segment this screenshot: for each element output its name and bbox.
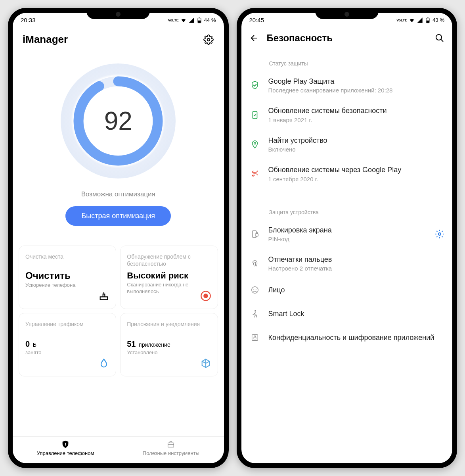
fingerprint-icon xyxy=(249,258,260,269)
screen-2: 20:45 VoLTE 43 % Безопасность Статус защ… xyxy=(241,13,453,463)
location-icon xyxy=(249,139,260,150)
card-sub: занято xyxy=(25,349,109,356)
svg-rect-7 xyxy=(168,443,174,447)
svg-point-19 xyxy=(255,289,256,290)
back-button[interactable] xyxy=(249,33,259,43)
optimize-button[interactable]: Быстрая оптимизация xyxy=(65,206,171,226)
card-label: Управление трафиком xyxy=(25,321,109,328)
svg-point-6 xyxy=(203,294,208,298)
page-header: Безопасность xyxy=(241,25,453,48)
phone-lock-icon xyxy=(249,228,260,240)
svg-rect-2 xyxy=(199,17,200,18)
card-clean[interactable]: Очистка места Очистить Ускорение телефон… xyxy=(19,246,116,309)
svg-point-20 xyxy=(255,310,256,312)
svg-point-16 xyxy=(438,233,441,235)
status-icons: VoLTE 43 % xyxy=(396,17,444,23)
item-face[interactable]: Лицо xyxy=(241,278,453,302)
card-sub: Сканирование никогда не выполнялось xyxy=(127,282,211,295)
item-title: Блокировка экрана xyxy=(268,226,427,235)
item-sub: 1 сентября 2020 г. xyxy=(268,176,445,182)
item-sub: 1 января 2021 г. xyxy=(268,117,445,123)
item-play-protect[interactable]: Google Play Защита Последнее сканировани… xyxy=(241,71,453,100)
volte-indicator: VoLTE xyxy=(168,18,179,22)
content-scroll[interactable]: Статус защиты Google Play Защита Последн… xyxy=(241,48,453,459)
card-apps[interactable]: Приложения и уведомления 51 приложение У… xyxy=(120,313,218,376)
search-button[interactable] xyxy=(435,33,444,43)
card-label: Очистка места xyxy=(25,253,109,260)
shield-icon xyxy=(61,440,70,449)
card-traffic[interactable]: Управление трафиком 0 Б занято xyxy=(19,313,116,376)
card-sub: Установлено xyxy=(127,349,211,356)
battery-percent: 43 % xyxy=(432,17,444,23)
nav-tab-management[interactable]: Управление телефоном xyxy=(13,440,118,456)
app-header: iManager xyxy=(13,25,224,52)
shield-check-icon xyxy=(249,80,260,91)
svg-point-13 xyxy=(254,142,256,144)
status-time: 20:33 xyxy=(21,17,36,23)
item-title: Google Play Защита xyxy=(268,77,445,86)
search-icon xyxy=(435,33,444,43)
toolbox-icon xyxy=(166,440,175,449)
gear-icon xyxy=(435,229,444,239)
notch xyxy=(86,8,150,19)
item-title: Лицо xyxy=(268,286,445,295)
item-security-update[interactable]: Обновление системы безопасности 1 января… xyxy=(241,100,453,129)
item-title: Найти устройство xyxy=(268,136,445,145)
battery-percent: 44 % xyxy=(204,17,216,23)
status-time: 20:45 xyxy=(249,17,264,23)
item-play-update[interactable]: Обновление системы через Google Play 1 с… xyxy=(241,159,453,188)
item-title: Smart Lock xyxy=(268,309,445,319)
item-title: Обновление системы безопасности xyxy=(268,106,445,115)
item-title: Отпечатки пальцев xyxy=(268,255,445,264)
settings-button[interactable] xyxy=(203,34,214,45)
walk-icon xyxy=(249,308,260,319)
item-sub: Настроено 2 отпечатка xyxy=(268,265,445,272)
face-icon xyxy=(249,284,260,296)
item-smartlock[interactable]: Smart Lock xyxy=(241,302,453,326)
item-sub: Последнее сканирование приложений: 20:28 xyxy=(268,87,445,94)
nav-label: Управление телефоном xyxy=(37,450,94,456)
item-screen-lock[interactable]: Блокировка экрана PIN-код xyxy=(241,219,453,249)
bottom-nav: Управление телефоном Полезные инструмент… xyxy=(13,436,224,463)
svg-point-11 xyxy=(436,35,442,40)
signal-icon xyxy=(188,17,195,23)
item-sub: Включено xyxy=(268,146,445,153)
lock-settings-button[interactable] xyxy=(435,229,444,239)
nav-tab-tools[interactable]: Полезные инструменты xyxy=(118,440,224,456)
item-title: Обновление системы через Google Play xyxy=(268,165,445,175)
svg-rect-1 xyxy=(198,20,201,22)
svg-rect-22 xyxy=(254,337,256,339)
gear-icon xyxy=(203,35,214,45)
cube-icon xyxy=(200,358,211,369)
svg-rect-9 xyxy=(427,20,429,22)
phone-frame-1: 20:33 VoLTE 44 % iManager 92 xyxy=(8,8,229,468)
item-sub: PIN-код xyxy=(268,236,427,242)
card-value: 0 Б xyxy=(25,340,109,349)
nav-label: Полезные инструменты xyxy=(143,450,199,456)
wifi-icon xyxy=(180,17,187,23)
score-value: 92 xyxy=(104,106,132,136)
phone-check-icon xyxy=(249,109,260,121)
item-fingerprint[interactable]: Отпечатки пальцев Настроено 2 отпечатка xyxy=(241,249,453,278)
lock-box-icon xyxy=(249,332,260,343)
svg-point-17 xyxy=(251,287,258,294)
card-title: Очистить xyxy=(25,270,109,281)
item-find-device[interactable]: Найти устройство Включено xyxy=(241,130,453,159)
score-section: 92 Возможна оптимизация Быстрая оптимиза… xyxy=(13,52,224,234)
card-value: 51 приложение xyxy=(127,340,211,349)
item-encryption[interactable]: Конфиденциальность и шифрование приложен… xyxy=(241,326,453,349)
wifi-icon xyxy=(409,17,415,23)
card-title: Высокий риск xyxy=(127,271,211,281)
section-label: Защита устройства xyxy=(241,197,453,219)
screen-1: 20:33 VoLTE 44 % iManager 92 xyxy=(13,13,224,463)
broom-icon xyxy=(98,290,109,301)
signal-icon xyxy=(417,17,423,23)
item-title: Конфиденциальность и шифрование приложен… xyxy=(268,333,445,342)
arrow-left-icon xyxy=(249,33,259,43)
battery-icon xyxy=(425,17,431,23)
update-warning-icon xyxy=(249,168,260,179)
divider xyxy=(241,193,453,193)
svg-rect-15 xyxy=(255,234,258,236)
drop-icon xyxy=(98,358,109,369)
card-security[interactable]: Обнаружение проблем с безопасностью Высо… xyxy=(120,246,218,309)
